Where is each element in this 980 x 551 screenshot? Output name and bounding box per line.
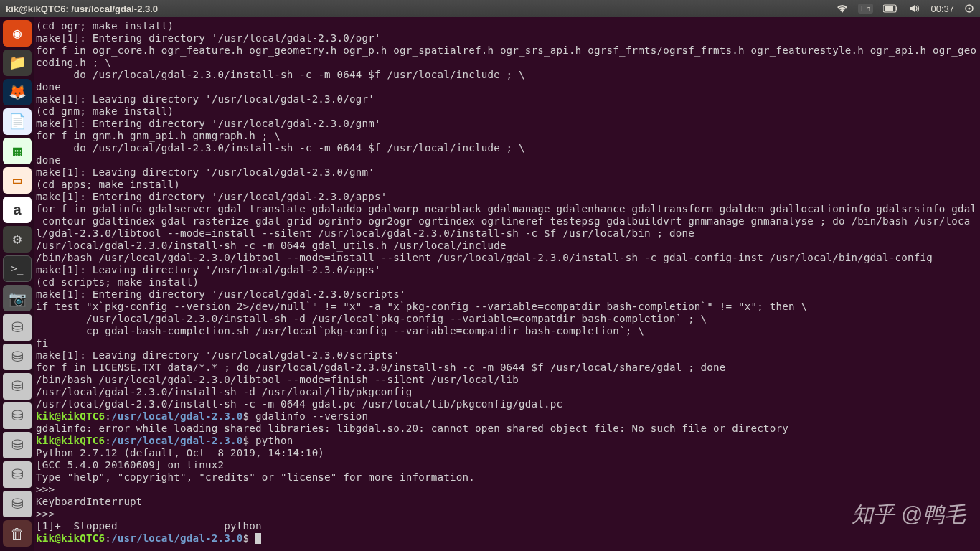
terminal-output-line: (cd apps; make install) [36, 179, 979, 191]
volume-icon[interactable] [909, 4, 920, 13]
session-gear-icon[interactable] [964, 4, 974, 14]
terminal-output-line: for f in ogr_core.h ogr_feature.h ogr_ge… [36, 44, 979, 69]
launcher-drive1[interactable]: ⛁ [3, 314, 32, 341]
launcher-drive4[interactable]: ⛁ [3, 402, 32, 429]
svg-point-4 [969, 8, 971, 10]
terminal-command: python [249, 435, 293, 446]
terminal-output-line: make[1]: Leaving directory '/usr/local/g… [36, 166, 979, 179]
battery-icon[interactable] [883, 4, 899, 13]
launcher-terminal[interactable]: >_ [3, 255, 32, 282]
launcher-trash[interactable]: 🗑 [3, 520, 32, 547]
terminal-output-line: make[1]: Leaving directory '/usr/local/g… [36, 349, 979, 362]
terminal-output-line: make[1]: Entering directory '/usr/local/… [36, 32, 979, 44]
clock[interactable]: 00:37 [930, 4, 954, 14]
terminal-command [249, 532, 255, 544]
launcher-drive2[interactable]: ⛁ [3, 344, 32, 370]
terminal-viewport[interactable]: (cd ogr; make install)make[1]: Entering … [34, 17, 980, 551]
terminal-output-line: /bin/bash /usr/local/gdal-2.3.0/libtool … [36, 374, 979, 386]
terminal-output-line: [1]+ Stopped python [36, 520, 979, 532]
terminal-output-line: Type "help", "copyright", "credits" or "… [36, 471, 979, 484]
launcher-screenshot[interactable]: 📷 [3, 285, 32, 311]
launcher-drive5[interactable]: ⛁ [3, 432, 32, 458]
terminal-output-line: for f in LICENSE.TXT data/*.* ; do /usr/… [36, 362, 979, 374]
terminal-output-line: if test "x`pkg-config --version 2>/dev/n… [36, 301, 979, 313]
svg-rect-2 [885, 6, 893, 11]
top-menu-bar: kik@kikQTC6: /usr/local/gdal-2.3.0 En 00… [0, 0, 980, 17]
terminal-prompt-line: kik@kikQTC6:/usr/local/gdal-2.3.0$ [36, 532, 979, 545]
terminal-output-line: do /usr/local/gdal-2.3.0/install-sh -c -… [36, 69, 979, 81]
launcher-nautilus[interactable]: 📁 [3, 50, 32, 76]
launcher-impress[interactable]: ▭ [3, 167, 32, 194]
terminal-output-line: /usr/local/gdal-2.3.0/install-sh -c -m 0… [36, 398, 979, 410]
terminal-output-line: [GCC 5.4.0 20160609] on linux2 [36, 459, 979, 471]
terminal-output-line: for f in gnm.h gnm_api.h gnmgraph.h ; \ [36, 130, 979, 142]
terminal-output-line: >>> [36, 484, 979, 496]
launcher-drive3[interactable]: ⛁ [3, 373, 32, 400]
terminal-output-line: /usr/local/gdal-2.3.0/install-sh -c -m 0… [36, 240, 979, 252]
terminal-output-line: /usr/local/gdal-2.3.0/install-sh -d /usr… [36, 313, 979, 325]
launcher-drive6[interactable]: ⛁ [3, 461, 32, 488]
terminal-output-line: gdalinfo: error while loading shared lib… [36, 423, 979, 435]
launcher-writer[interactable]: 📄 [3, 108, 32, 135]
terminal-output-line: KeyboardInterrupt [36, 496, 979, 508]
terminal-cursor [255, 533, 261, 544]
launcher-calc[interactable]: ▦ [3, 138, 32, 164]
launcher-ubuntu-dash[interactable]: ◉ [3, 20, 32, 47]
terminal-output-line: (cd scripts; make install) [36, 276, 979, 288]
wifi-icon[interactable] [837, 4, 848, 13]
unity-launcher: ◉📁🦊📄▦▭a⚙>_📷⛁⛁⛁⛁⛁⛁⛁🗑 [0, 17, 34, 551]
terminal-output-line: (cd ogr; make install) [36, 20, 979, 32]
terminal-output-line: done [36, 81, 979, 93]
system-indicators: En 00:37 [837, 4, 974, 14]
terminal-output-line: cp gdal-bash-completion.sh /usr/local`pk… [36, 325, 979, 337]
launcher-amazon[interactable]: a [3, 197, 32, 223]
launcher-drive7[interactable]: ⛁ [3, 491, 32, 517]
keyboard-lang-indicator[interactable]: En [858, 4, 873, 14]
terminal-prompt-line: kik@kikQTC6:/usr/local/gdal-2.3.0$ gdali… [36, 410, 979, 423]
terminal-prompt-line: kik@kikQTC6:/usr/local/gdal-2.3.0$ pytho… [36, 435, 979, 447]
terminal-output-line: for f in gdalinfo gdalserver gdal_transl… [36, 203, 979, 240]
terminal-command: gdalinfo --version [249, 410, 368, 422]
terminal-output-line: do /usr/local/gdal-2.3.0/install-sh -c -… [36, 142, 979, 154]
terminal-output-line: make[1]: Leaving directory '/usr/local/g… [36, 264, 979, 276]
terminal-output-line: >>> [36, 508, 979, 520]
launcher-firefox[interactable]: 🦊 [3, 79, 32, 105]
terminal-output-line: (cd gnm; make install) [36, 105, 979, 118]
window-title: kik@kikQTC6: /usr/local/gdal-2.3.0 [6, 4, 158, 14]
launcher-settings[interactable]: ⚙ [3, 226, 32, 253]
terminal-output-line: make[1]: Leaving directory '/usr/local/g… [36, 93, 979, 105]
terminal-output-line: make[1]: Entering directory '/usr/local/… [36, 118, 979, 130]
terminal-output-line: fi [36, 337, 979, 349]
terminal-output-line: done [36, 154, 979, 166]
terminal-output-line: /usr/local/gdal-2.3.0/install-sh -d /usr… [36, 386, 979, 398]
terminal-output-line: make[1]: Entering directory '/usr/local/… [36, 288, 979, 301]
terminal-output-line: Python 2.7.12 (default, Oct 8 2019, 14:1… [36, 447, 979, 459]
svg-rect-1 [896, 7, 897, 10]
terminal-output-line: make[1]: Entering directory '/usr/local/… [36, 191, 979, 203]
terminal-output-line: /bin/bash /usr/local/gdal-2.3.0/libtool … [36, 252, 979, 264]
